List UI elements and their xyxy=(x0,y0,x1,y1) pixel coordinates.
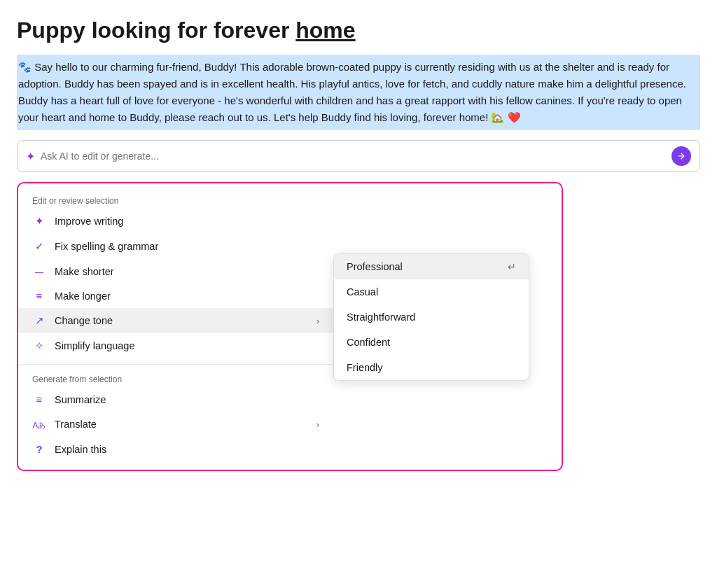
change-tone-icon xyxy=(32,314,46,327)
simplify-language-icon xyxy=(32,340,46,352)
make-shorter-label: Make shorter xyxy=(55,266,114,277)
menu-divider xyxy=(18,364,333,365)
menu-item-change-tone[interactable]: Change tone › xyxy=(18,308,333,333)
tone-submenu: Professional ↵ Casual Straightforward Co… xyxy=(333,253,529,381)
fix-spelling-label: Fix spelling & grammar xyxy=(55,241,158,252)
ai-input[interactable] xyxy=(41,150,666,162)
edit-section-label: Edit or review selection xyxy=(18,192,333,209)
explain-this-label: Explain this xyxy=(55,444,106,455)
summarize-label: Summarize xyxy=(55,394,106,405)
submenu-item-professional[interactable]: Professional ↵ xyxy=(334,254,529,279)
fix-spelling-icon xyxy=(32,240,46,253)
title-prefix: Puppy looking for forever xyxy=(17,18,295,43)
change-tone-chevron: › xyxy=(316,316,319,326)
translate-chevron: › xyxy=(316,419,319,430)
translate-label: Translate xyxy=(55,419,97,430)
return-icon: ↵ xyxy=(508,261,516,272)
friendly-label: Friendly xyxy=(347,362,383,373)
menu-item-improve-writing[interactable]: Improve writing xyxy=(18,209,333,234)
straightforward-label: Straightforward xyxy=(347,312,415,323)
make-longer-label: Make longer xyxy=(55,290,111,302)
submenu-item-casual[interactable]: Casual xyxy=(334,279,529,304)
improve-writing-icon xyxy=(32,215,46,227)
submenu-item-friendly[interactable]: Friendly xyxy=(334,355,529,380)
casual-label: Casual xyxy=(347,286,378,298)
main-menu: Edit or review selection Improve writing… xyxy=(18,183,333,470)
selected-text: 🐾 Say hello to our charming fur-friend, … xyxy=(17,55,700,130)
menu-item-summarize[interactable]: Summarize xyxy=(18,387,333,412)
menu-item-explain-this[interactable]: Explain this xyxy=(18,437,333,461)
send-button[interactable] xyxy=(671,146,691,166)
confident-label: Confident xyxy=(347,337,390,348)
submenu-item-confident[interactable]: Confident xyxy=(334,330,529,355)
change-tone-label: Change tone xyxy=(55,315,113,326)
page-title: Puppy looking for forever home xyxy=(17,17,700,43)
title-underlined: home xyxy=(295,18,355,43)
sparkle-icon: ✦ xyxy=(26,150,35,163)
make-shorter-icon xyxy=(32,265,46,277)
professional-label: Professional xyxy=(347,261,403,272)
menu-item-make-longer[interactable]: Make longer xyxy=(18,284,333,308)
summarize-icon xyxy=(32,393,46,405)
menu-item-fix-spelling[interactable]: Fix spelling & grammar xyxy=(18,234,333,259)
menu-item-make-shorter[interactable]: Make shorter xyxy=(18,259,333,284)
improve-writing-label: Improve writing xyxy=(55,216,123,227)
generate-section-label: Generate from selection xyxy=(18,370,333,387)
make-longer-icon xyxy=(32,290,46,302)
explain-this-icon xyxy=(32,443,46,455)
ai-input-bar: ✦ xyxy=(17,140,700,172)
ai-menu-container: Edit or review selection Improve writing… xyxy=(17,182,563,471)
menu-item-simplify-language[interactable]: Simplify language xyxy=(18,333,333,358)
translate-icon xyxy=(32,418,46,430)
simplify-language-label: Simplify language xyxy=(55,340,134,351)
send-icon xyxy=(676,151,686,161)
menu-item-translate[interactable]: Translate › xyxy=(18,412,333,437)
submenu-item-straightforward[interactable]: Straightforward xyxy=(334,304,529,330)
